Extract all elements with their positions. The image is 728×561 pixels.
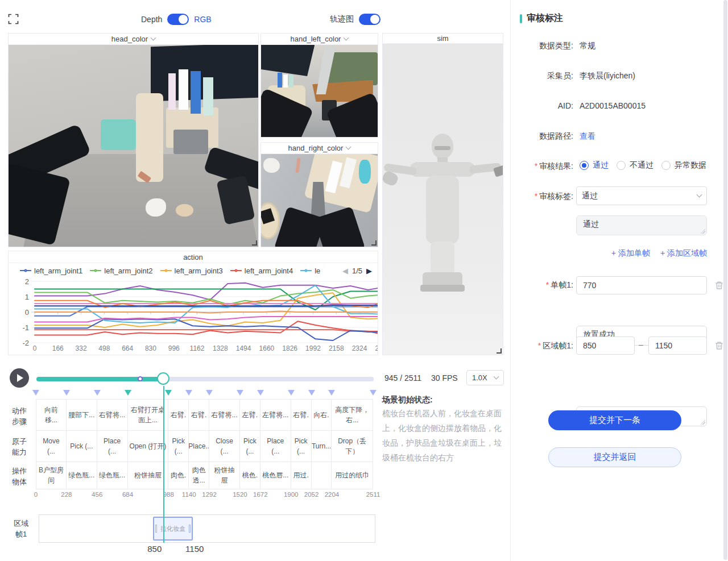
table-cell[interactable]: 向右. (312, 399, 332, 431)
legend-marker-icon (230, 270, 242, 272)
frame-axis-label: 1292 (202, 491, 217, 498)
table-cell[interactable]: 高度下降，右... (332, 399, 373, 431)
add-region-frame-link[interactable]: + 添加区域帧 (660, 248, 707, 259)
x-tick-label: 1494 (236, 344, 251, 352)
fullscreen-icon[interactable] (8, 14, 19, 24)
legend-item[interactable]: left_arm_joint3 (160, 267, 223, 275)
camera-image-head (9, 45, 258, 247)
table-cell[interactable]: 右臂将... (97, 399, 128, 431)
delete-single-frame-icon[interactable] (715, 281, 723, 290)
table-cell[interactable]: 右臂. (291, 399, 312, 431)
table-cell[interactable]: Drop（丢下） (332, 430, 373, 462)
table-cell[interactable]: 粉饼抽屉 (128, 462, 169, 489)
x-tick-label: 1826 (282, 344, 297, 352)
table-cell[interactable]: 左臂将... (260, 399, 291, 431)
panel-scrollbar[interactable] (723, 0, 727, 560)
radio-option-不通过[interactable]: 不通过 (617, 160, 653, 171)
table-cell[interactable]: 腰部下... (67, 399, 97, 431)
annotation-review-app: Depth RGB 轨迹图 head_color (0, 0, 728, 561)
tag-note-textarea[interactable]: 通过 (576, 215, 707, 235)
table-cell[interactable]: B户型房间 (36, 462, 67, 489)
table-cell[interactable]: 肉色. (168, 462, 189, 489)
legend-item[interactable]: left_arm_joint1 (20, 267, 82, 275)
chevron-down-icon (494, 374, 499, 380)
table-cell[interactable]: Pick (... (291, 430, 312, 462)
add-frame-links: + 添加单帧 + 添加区域帧 (576, 248, 707, 259)
add-single-frame-link[interactable]: + 添加单帧 (611, 248, 650, 259)
legend-prev-icon[interactable]: ◀ (342, 267, 348, 275)
region-end-input[interactable]: 1150 (648, 336, 707, 355)
table-cell[interactable]: 粉饼抽屉 (209, 462, 240, 489)
radio-option-异常数据[interactable]: 异常数据 (661, 160, 706, 171)
tube-shape (168, 73, 176, 110)
table-cell[interactable]: 右臂将... (209, 399, 240, 431)
table-cell[interactable] (312, 462, 332, 489)
legend-label: left_arm_joint1 (34, 267, 82, 275)
table-cell[interactable]: 肉色透... (189, 462, 209, 489)
region-frame-track[interactable]: 拉化妆盒 (39, 514, 375, 543)
sim-viewport[interactable] (383, 44, 503, 355)
camera-select-hand-left[interactable]: hand_left_color (261, 34, 378, 45)
resize-handle[interactable] (252, 240, 257, 246)
table-cell[interactable]: Close (... (209, 430, 240, 462)
frame-axis-label: 456 (92, 491, 102, 498)
table-cell[interactable]: 右臂打开桌面上... (128, 399, 169, 431)
segment-right-handle[interactable] (189, 525, 191, 533)
single-frame-input[interactable]: 770 (576, 276, 707, 294)
legend-label: left_arm_joint2 (104, 267, 152, 275)
legend-item[interactable]: left_arm_joint4 (230, 267, 293, 275)
depth-rgb-switch[interactable] (167, 14, 189, 25)
resize-handle[interactable] (497, 348, 502, 354)
legend-next-icon[interactable]: ▶ (366, 267, 372, 275)
step-markers-row (0, 390, 387, 397)
slider-fill (36, 377, 163, 381)
table-cell[interactable]: 右臂. (168, 399, 189, 431)
resize-handle[interactable] (371, 240, 377, 246)
segment-left-handle[interactable] (155, 525, 157, 533)
table-cell[interactable]: Place (... (260, 430, 291, 462)
table-cell[interactable]: Pick (... (240, 430, 260, 462)
table-cell[interactable]: 用过. (291, 462, 312, 489)
slider-handle[interactable] (157, 372, 169, 385)
timeline-slider[interactable] (36, 377, 374, 381)
region-segment[interactable]: 拉化妆盒 (153, 517, 193, 541)
trajectory-switch[interactable] (359, 14, 380, 25)
camera-select-hand-right[interactable]: hand_right_color (261, 143, 378, 154)
table-cell[interactable]: 左臂. (240, 399, 260, 431)
camera-title: head_color (111, 35, 148, 43)
step-boundary-marker (257, 390, 264, 396)
camera-select-head[interactable]: head_color (9, 34, 258, 45)
table-cell[interactable]: Pick (... (67, 430, 97, 462)
submit-return-button[interactable]: 提交并返回 (548, 447, 681, 467)
submit-next-button[interactable]: 提交并下一条 (548, 410, 681, 430)
table-cell[interactable]: 右臂. (189, 399, 209, 431)
region-start-input[interactable]: 850 (576, 336, 635, 355)
x-tick-label: 2324 (352, 344, 367, 352)
step-boundary-marker (206, 390, 213, 396)
speed-select[interactable]: 1.0X (466, 370, 504, 385)
table-cell[interactable]: Move (... (36, 430, 67, 462)
table-cell[interactable]: 用过的纸巾 (332, 462, 373, 489)
table-cell[interactable]: 向前移... (36, 399, 67, 431)
table-cell[interactable]: Pick (... (168, 430, 189, 462)
delete-region-frame-icon[interactable] (715, 341, 723, 350)
table-cell[interactable]: 绿色瓶... (67, 462, 97, 489)
legend-item[interactable]: le (300, 267, 320, 275)
table-cell[interactable]: Turn... (312, 430, 332, 462)
data-path-view-link[interactable]: 查看 (580, 131, 595, 142)
radio-option-通过[interactable]: 通过 (580, 160, 609, 171)
table-cell[interactable]: 桃色唇... (260, 462, 291, 489)
play-button[interactable] (10, 368, 29, 388)
table-cell[interactable]: Open (打开) (128, 430, 169, 462)
chevron-down-icon (344, 35, 349, 41)
table-cell[interactable]: 绿色瓶... (97, 462, 128, 489)
table-cell[interactable]: 桃色. (240, 462, 260, 489)
x-tick-label: 996 (168, 344, 180, 352)
tube-shape (289, 75, 293, 87)
legend-item[interactable]: left_arm_joint2 (90, 267, 152, 275)
legend-pagination: ◀1/5▶ (342, 267, 372, 275)
table-cell[interactable]: Place.. (189, 430, 209, 462)
table-cell[interactable]: Place (... (97, 430, 128, 462)
tag-select[interactable]: 通过 (576, 186, 707, 205)
field-label-region-frame: *区域帧1: (511, 341, 573, 351)
